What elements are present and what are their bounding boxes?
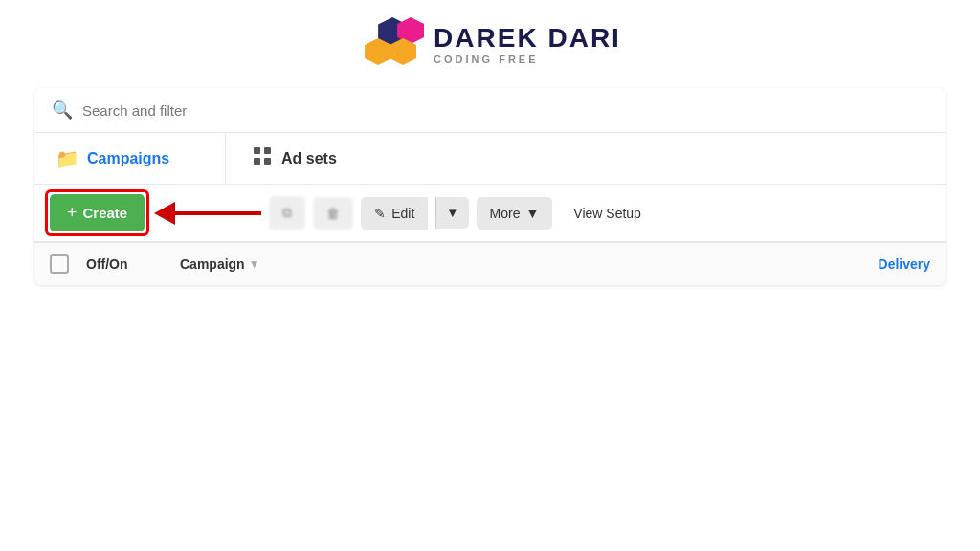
brand-name: DAREK DARI bbox=[434, 25, 621, 52]
sort-icon[interactable]: ▼ bbox=[249, 257, 260, 271]
more-button[interactable]: More ▼ bbox=[477, 197, 553, 230]
view-setup-button[interactable]: View Setup bbox=[560, 197, 655, 230]
create-button-wrapper: + Create bbox=[50, 194, 145, 231]
table-header-row: Off/On Campaign ▼ Delivery bbox=[34, 242, 946, 285]
edit-button[interactable]: ✎ Edit bbox=[361, 197, 428, 230]
edit-dropdown-button[interactable]: ▼ bbox=[435, 197, 468, 229]
more-label: More bbox=[490, 206, 521, 221]
view-setup-label: View Setup bbox=[573, 206, 641, 221]
tab-campaigns[interactable]: 📁 Campaigns bbox=[34, 133, 226, 184]
main-panel: 🔍 📁 Campaigns Ad sets + bbox=[34, 88, 946, 285]
more-chevron-icon: ▼ bbox=[525, 206, 539, 221]
col-delivery: Delivery bbox=[854, 256, 930, 272]
svg-rect-1 bbox=[264, 147, 271, 154]
delete-button[interactable]: 🗑 bbox=[313, 197, 353, 230]
logo-container: DAREK DARI CODING FREE bbox=[359, 17, 621, 73]
toolbar-row: + Create ⧉ 🗑 ✎ Edit ▼ More ▼ bbox=[34, 185, 946, 242]
chevron-down-icon: ▼ bbox=[446, 206, 458, 220]
brand-text: DAREK DARI CODING FREE bbox=[434, 25, 621, 65]
tab-adsets-label: Ad sets bbox=[281, 150, 337, 167]
select-all-checkbox[interactable] bbox=[50, 254, 69, 274]
search-input[interactable] bbox=[82, 102, 928, 119]
search-icon: 🔍 bbox=[52, 99, 73, 121]
trash-icon: 🗑 bbox=[326, 206, 340, 221]
duplicate-icon: ⧉ bbox=[282, 205, 292, 221]
svg-rect-2 bbox=[254, 158, 260, 165]
duplicate-button[interactable]: ⧉ bbox=[269, 196, 305, 230]
branding-area: DAREK DARI CODING FREE bbox=[0, 0, 980, 88]
logo-hexagons bbox=[359, 17, 424, 73]
arrow-annotation bbox=[156, 202, 261, 225]
arrow-line bbox=[175, 211, 261, 215]
plus-icon: + bbox=[67, 203, 78, 223]
edit-icon: ✎ bbox=[374, 206, 386, 221]
edit-label: Edit bbox=[391, 206, 414, 221]
create-label: Create bbox=[83, 205, 128, 221]
svg-rect-3 bbox=[264, 158, 271, 165]
adsets-icon bbox=[253, 146, 272, 170]
create-button[interactable]: + Create bbox=[50, 194, 145, 231]
brand-subtitle: CODING FREE bbox=[434, 54, 621, 65]
svg-rect-0 bbox=[254, 147, 260, 154]
tab-adsets[interactable]: Ad sets bbox=[226, 133, 364, 184]
col-campaign: Campaign ▼ bbox=[180, 256, 836, 272]
arrow-head bbox=[154, 202, 175, 225]
campaigns-icon: 📁 bbox=[56, 147, 79, 170]
search-bar: 🔍 bbox=[34, 88, 946, 133]
tab-campaigns-label: Campaigns bbox=[87, 150, 169, 167]
col-offon: Off/On bbox=[86, 256, 163, 272]
tab-row: 📁 Campaigns Ad sets bbox=[34, 133, 946, 185]
